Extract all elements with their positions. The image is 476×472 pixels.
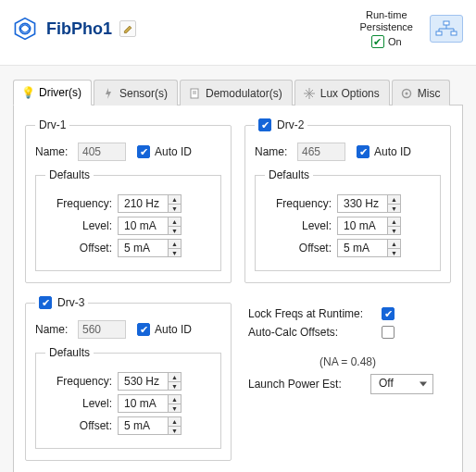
spin-down-icon[interactable]: ▼: [388, 205, 400, 213]
check-icon: ✔: [140, 325, 148, 335]
driver-3-offset-spinner[interactable]: 5 mA ▲▼: [118, 416, 182, 435]
name-label: Name:: [35, 145, 72, 158]
level-label: Level:: [45, 397, 118, 410]
spin-up-icon[interactable]: ▲: [388, 217, 400, 227]
autoid-label: Auto ID: [374, 145, 411, 158]
auto-calc-checkbox[interactable]: ✔: [382, 326, 395, 339]
check-icon: ✔: [373, 37, 382, 47]
offset-label: Offset:: [45, 242, 118, 255]
check-icon: ✔: [42, 298, 50, 308]
svg-rect-4: [451, 31, 457, 35]
lock-freqs-label: Lock Freqs at Runtime:: [248, 307, 374, 320]
spin-down-icon[interactable]: ▼: [169, 227, 181, 235]
pencil-icon: [123, 24, 133, 34]
driver-2-enable-checkbox[interactable]: ✔: [258, 118, 271, 131]
check-icon: ✔: [261, 120, 269, 130]
diagram-view-button[interactable]: [430, 15, 463, 43]
spin-down-icon[interactable]: ▼: [169, 205, 181, 213]
driver-1-defaults: Defaults Frequency: 210 Hz ▲▼ Level: 10 …: [35, 168, 221, 271]
spin-down-icon[interactable]: ▼: [169, 427, 181, 435]
tab-label: Demodulator(s): [206, 87, 282, 100]
driver-1-legend: Drv-1: [35, 118, 69, 131]
check-icon: ✔: [140, 147, 148, 157]
driver-2-legend: Drv-2: [277, 118, 304, 131]
tab-sensors[interactable]: Sensor(s): [94, 80, 178, 106]
spin-down-icon[interactable]: ▼: [388, 227, 400, 235]
driver-3-frequency-spinner[interactable]: 530 Hz ▲▼: [118, 372, 182, 391]
driver-1-level-spinner[interactable]: 10 mA ▲▼: [118, 217, 182, 235]
offset-label: Offset:: [45, 419, 118, 432]
tab-lux-options[interactable]: Lux Options: [294, 80, 390, 106]
svg-marker-0: [15, 19, 34, 40]
tab-label: Lux Options: [320, 87, 380, 100]
edit-title-button[interactable]: [119, 20, 136, 37]
frequency-label: Frequency:: [45, 375, 118, 388]
name-label: Name:: [35, 323, 72, 336]
driver-2-frequency-spinner[interactable]: 330 Hz ▲▼: [337, 194, 401, 213]
frequency-label: Frequency:: [45, 197, 118, 210]
autoid-label: Auto ID: [155, 323, 192, 336]
frequency-label: Frequency:: [265, 197, 337, 210]
spin-up-icon[interactable]: ▲: [388, 195, 400, 205]
tab-label: Driver(s): [39, 86, 81, 99]
lock-freqs-checkbox[interactable]: ✔: [382, 307, 395, 320]
spin-value: 210 Hz: [118, 194, 168, 213]
persistence-checkbox[interactable]: ✔: [371, 35, 384, 48]
spin-down-icon[interactable]: ▼: [169, 404, 181, 413]
driver-3-enable-checkbox[interactable]: ✔: [39, 296, 52, 309]
driver-group-2: ✔ Drv-2 Name: ✔ Auto ID Defaults Frequen…: [244, 118, 451, 283]
tab-strip: 💡 Driver(s) Sensor(s) Demodulator(s) Lux…: [13, 79, 463, 106]
spin-up-icon[interactable]: ▲: [169, 240, 181, 249]
offset-label: Offset:: [265, 242, 337, 255]
tab-misc[interactable]: Misc: [392, 80, 451, 106]
launch-power-select[interactable]: Off: [370, 374, 433, 394]
spin-value: 10 mA: [337, 217, 387, 235]
driver-2-defaults: Defaults Frequency: 330 Hz ▲▼ Level: 10 …: [255, 168, 441, 271]
driver-2-autoid-checkbox[interactable]: ✔: [357, 145, 370, 158]
auto-calc-label: Auto-Calc Offsets:: [248, 326, 374, 339]
spin-value: 530 Hz: [118, 372, 168, 391]
check-icon: ✔: [384, 309, 393, 319]
driver-2-name-input[interactable]: [297, 143, 345, 161]
header: FibPho1 Run-time Persistence ✔ On: [0, 0, 476, 66]
spin-up-icon[interactable]: ▲: [169, 395, 181, 404]
driver-1-frequency-spinner[interactable]: 210 Hz ▲▼: [118, 194, 182, 213]
tab-label: Sensor(s): [119, 87, 168, 100]
driver-1-name-input[interactable]: [78, 143, 126, 161]
drivers-panel: Drv-1 Name: ✔ Auto ID Defaults Frequency…: [13, 106, 463, 472]
options-column: Lock Freqs at Runtime: ✔ Auto-Calc Offse…: [244, 296, 451, 461]
driver-1-offset-spinner[interactable]: 5 mA ▲▼: [118, 239, 182, 257]
driver-3-autoid-checkbox[interactable]: ✔: [137, 323, 150, 336]
tab-label: Misc: [418, 87, 441, 100]
flowchart-icon: [435, 20, 457, 37]
svg-rect-3: [436, 31, 442, 35]
tabs-container: 💡 Driver(s) Sensor(s) Demodulator(s) Lux…: [0, 66, 476, 472]
spin-down-icon[interactable]: ▼: [169, 249, 181, 257]
runtime-persistence: Run-time Persistence ✔ On: [360, 9, 413, 48]
spin-value: 330 Hz: [337, 194, 387, 213]
driver-3-level-spinner[interactable]: 10 mA ▲▼: [118, 394, 182, 413]
gear-icon: [400, 87, 413, 100]
autoid-label: Auto ID: [155, 145, 192, 158]
sparkle-icon: [303, 87, 316, 100]
launch-power-label: Launch Power Est:: [248, 378, 359, 391]
driver-3-name-input[interactable]: [78, 320, 126, 339]
select-value: Off: [379, 377, 394, 390]
spin-down-icon[interactable]: ▼: [388, 249, 400, 257]
driver-1-autoid-checkbox[interactable]: ✔: [137, 145, 150, 158]
tab-demodulators[interactable]: Demodulator(s): [180, 80, 293, 106]
spin-up-icon[interactable]: ▲: [169, 195, 181, 205]
spin-up-icon[interactable]: ▲: [388, 240, 400, 249]
bolt-icon: [102, 87, 115, 100]
svg-point-9: [405, 92, 407, 94]
spin-up-icon[interactable]: ▲: [169, 417, 181, 427]
driver-group-3: ✔ Drv-3 Name: ✔ Auto ID Defaults Frequen…: [25, 296, 232, 461]
tab-drivers[interactable]: 💡 Driver(s): [13, 80, 92, 106]
driver-2-offset-spinner[interactable]: 5 mA ▲▼: [337, 239, 401, 257]
defaults-legend: Defaults: [45, 346, 94, 359]
spin-value: 5 mA: [337, 239, 387, 257]
driver-2-level-spinner[interactable]: 10 mA ▲▼: [337, 217, 401, 235]
spin-up-icon[interactable]: ▲: [169, 373, 181, 382]
spin-down-icon[interactable]: ▼: [169, 382, 181, 391]
spin-up-icon[interactable]: ▲: [169, 217, 181, 227]
